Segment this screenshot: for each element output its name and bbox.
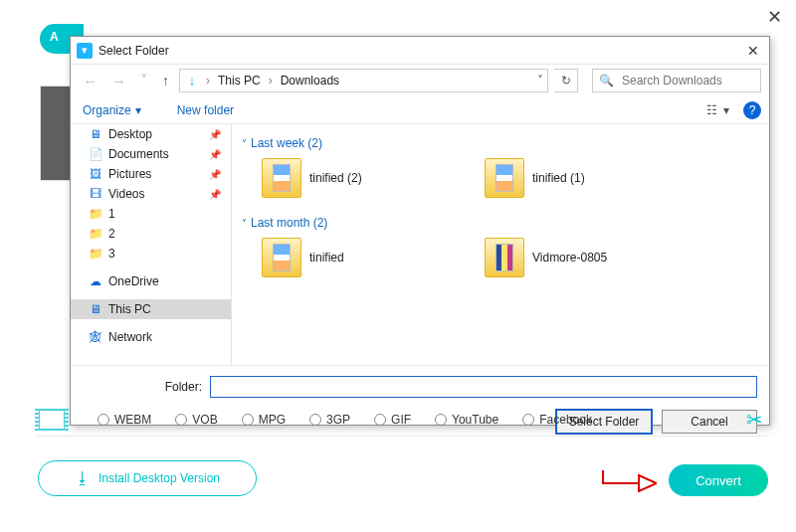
folder-icon: 📁 [89, 207, 102, 221]
breadcrumb-sep: › [267, 74, 275, 88]
tree-folder-2[interactable]: 📁2 [71, 224, 231, 244]
dialog-title: Select Folder [99, 44, 169, 58]
download-icon: ⭳ [75, 469, 91, 487]
recent-dropdown-icon[interactable]: ˅ [136, 72, 152, 89]
format-webm[interactable]: WEBM [98, 413, 151, 427]
tree-onedrive[interactable]: ☁OneDrive [71, 271, 231, 291]
svg-marker-0 [639, 475, 657, 491]
forward-arrow-icon[interactable]: → [107, 73, 130, 89]
chevron-down-icon: ▾ [135, 103, 141, 117]
install-desktop-button[interactable]: ⭳ Install Desktop Version [38, 460, 257, 496]
up-arrow-icon[interactable]: ↑ [158, 73, 173, 89]
network-icon: 🕸 [89, 330, 102, 344]
nav-tree: 🖥Desktop📌 📄Documents📌 🖼Pictures📌 🎞Videos… [71, 124, 232, 365]
tree-documents[interactable]: 📄Documents📌 [71, 144, 231, 164]
page-close-icon[interactable]: ✕ [767, 6, 782, 28]
onedrive-icon: ☁ [89, 274, 102, 288]
format-facebook[interactable]: Facebook [522, 413, 592, 427]
chevron-down-icon: ˅ [242, 138, 247, 149]
tree-videos[interactable]: 🎞Videos📌 [71, 184, 231, 204]
titlebar: ▾ Select Folder ✕ [71, 37, 769, 65]
view-options-icon[interactable]: ☷ [706, 103, 717, 117]
search-input[interactable] [620, 73, 754, 89]
tree-folder-1[interactable]: 📁1 [71, 204, 231, 224]
folder-tinified-2[interactable]: tinified (2) [260, 156, 469, 200]
format-gif[interactable]: GIF [374, 413, 411, 427]
folder-icon: 📁 [89, 227, 102, 241]
new-folder-button[interactable]: New folder [173, 101, 238, 119]
tree-folder-3[interactable]: 📁3 [71, 244, 231, 264]
downloads-folder-icon: ↓ [184, 73, 200, 89]
format-bar: WEBM VOB MPG 3GP GIF YouTube Facebook ✂ [38, 409, 768, 437]
select-folder-dialog: ▾ Select Folder ✕ ← → ˅ ↑ ↓ › This PC › … [70, 36, 770, 426]
organize-menu[interactable]: Organize▾ [79, 101, 145, 119]
folder-thumb-icon [485, 238, 524, 277]
content-pane: ˅Last week (2) tinified (2) tinified (1)… [232, 124, 769, 365]
folder-icon: 📁 [89, 247, 102, 261]
folder-tinified[interactable]: tinified [260, 236, 469, 279]
toolbar: Organize▾ New folder ☷ ▾ ? [71, 96, 769, 124]
folder-thumb-icon [485, 158, 524, 198]
cut-icon[interactable]: ✂ [740, 409, 768, 431]
search-box[interactable]: 🔍 [592, 69, 761, 92]
videos-icon: 🎞 [89, 187, 102, 201]
format-youtube[interactable]: YouTube [435, 413, 498, 427]
tree-desktop[interactable]: 🖥Desktop📌 [71, 124, 231, 144]
back-arrow-icon[interactable]: ← [79, 73, 101, 89]
format-3gp[interactable]: 3GP [309, 413, 350, 427]
tree-pictures[interactable]: 🖼Pictures📌 [71, 164, 231, 184]
breadcrumb-sep: › [204, 74, 212, 88]
folder-thumb-icon [262, 158, 301, 198]
folder-vidmore[interactable]: Vidmore-0805 [483, 236, 692, 279]
folder-label: Folder: [83, 380, 202, 394]
format-vob[interactable]: VOB [175, 413, 217, 427]
desktop-icon: 🖥 [89, 127, 102, 141]
breadcrumb-downloads[interactable]: Downloads [279, 74, 341, 88]
dialog-close-icon[interactable]: ✕ [743, 43, 763, 59]
pin-icon: 📌 [209, 189, 221, 200]
refresh-button[interactable]: ↻ [554, 69, 578, 92]
address-dropdown-icon[interactable]: ˅ [537, 74, 543, 88]
chevron-down-icon: ˅ [242, 218, 247, 229]
tree-network[interactable]: 🕸Network [71, 327, 231, 347]
pictures-icon: 🖼 [89, 167, 102, 181]
pin-icon: 📌 [209, 129, 221, 140]
folder-input[interactable] [210, 376, 757, 398]
breadcrumb-thispc[interactable]: This PC [216, 74, 263, 88]
nav-row: ← → ˅ ↑ ↓ › This PC › Downloads ˅ ↻ 🔍 [71, 65, 769, 96]
chevron-down-icon[interactable]: ▾ [723, 103, 729, 117]
pin-icon: 📌 [209, 169, 221, 180]
convert-button[interactable]: Convert [669, 464, 768, 496]
thispc-icon: 🖥 [89, 302, 102, 316]
section-lastweek[interactable]: ˅Last week (2) [242, 130, 759, 154]
section-lastmonth[interactable]: ˅Last month (2) [242, 210, 759, 234]
search-icon: 🔍 [599, 74, 614, 88]
tree-thispc[interactable]: 🖥This PC [71, 299, 231, 319]
address-bar[interactable]: ↓ › This PC › Downloads ˅ [179, 69, 548, 92]
pin-icon: 📌 [209, 149, 221, 160]
folder-thumb-icon [262, 238, 301, 277]
format-mpg[interactable]: MPG [242, 413, 286, 427]
annotation-arrow [601, 468, 657, 498]
app-icon: ▾ [77, 43, 93, 59]
film-icon [38, 409, 66, 431]
help-icon[interactable]: ? [743, 101, 761, 119]
documents-icon: 📄 [89, 147, 102, 161]
folder-tinified-1[interactable]: tinified (1) [483, 156, 692, 200]
